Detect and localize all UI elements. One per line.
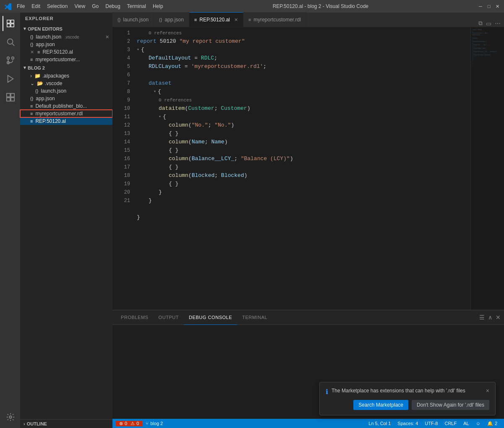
dont-show-again-button[interactable]: Don't Show Again for '.rdl' files (412, 400, 489, 410)
code-line-12[interactable]: column ( Name ; Name ) (133, 138, 470, 146)
code-line-3[interactable]: DefaultLayout = RDLC ; (133, 54, 470, 62)
tab-terminal[interactable]: Terminal (237, 310, 272, 325)
menu-go[interactable]: Go (92, 3, 99, 9)
code-content[interactable]: 0 references report 50120 "my report cus… (133, 27, 470, 310)
op-p1: ( (188, 121, 192, 130)
tab-debug-console[interactable]: Debug Console (184, 310, 237, 325)
code-line-1[interactable]: report 50120 "my report customer" (133, 37, 470, 46)
code-line-18[interactable]: } (133, 188, 470, 197)
fold-btn-7[interactable]: ▾ (154, 88, 156, 96)
fold-btn-9[interactable]: ▾ (159, 113, 161, 121)
brace-close-3: } (159, 188, 162, 197)
status-spaces[interactable]: Spaces: 4 (394, 421, 421, 426)
open-editor-rdl[interactable]: ≡ myreportcustomer... (20, 56, 112, 63)
app-json-file[interactable]: {} app.json (20, 95, 112, 102)
default-publisher-file[interactable]: ≡ Default publisher_blo... (20, 102, 112, 110)
code-line-9[interactable]: ▾ { (133, 113, 470, 121)
code-line-13[interactable]: { } (133, 146, 470, 155)
code-line-10[interactable]: column ( "No." ; "No." ) (133, 121, 470, 130)
status-position[interactable]: Ln 5, Col 1 (365, 421, 394, 426)
line-num-17: 17 (116, 163, 130, 171)
menu-file[interactable]: File (17, 3, 25, 9)
more-actions-icon[interactable]: ⋯ (495, 20, 501, 27)
run-activity-icon[interactable] (3, 71, 18, 86)
search-marketplace-button[interactable]: Search Marketplace (353, 400, 408, 410)
code-line-17[interactable]: { } (133, 180, 470, 188)
open-editor-rep-al[interactable]: ✕ ≡ REP.50120.al (20, 48, 112, 56)
blog2-header[interactable]: ▾ Blog 2 (20, 63, 112, 72)
menu-edit[interactable]: Edit (31, 3, 40, 9)
collapse-icon[interactable]: ∧ (488, 314, 492, 321)
tab-bar: {} launch.json {} app.json ≡ REP.50120.a… (112, 13, 504, 27)
rep50120-al-file[interactable]: ≡ REP.50120.al (20, 117, 112, 125)
open-editor-launch-json[interactable]: {} launch.json .vscode ✕ (20, 33, 112, 41)
menu-view[interactable]: View (74, 3, 85, 9)
close-editor-btn-2[interactable]: ✕ (30, 49, 34, 55)
tab-problems[interactable]: Problems (116, 310, 154, 325)
myreportcustomer-rdl-file[interactable]: ≡ myreportcustomer.rdl (20, 110, 112, 117)
status-branch[interactable]: ⑂ blog 2 (142, 421, 166, 426)
status-language[interactable]: AL (460, 421, 472, 426)
tab-launch-json[interactable]: {} launch.json (112, 12, 154, 27)
restore-button[interactable]: □ (486, 4, 491, 9)
toggle-panel-icon[interactable]: ▭ (486, 20, 491, 27)
filter-icon[interactable]: ☰ (479, 314, 485, 321)
tab-myreportcustomer-rdl[interactable]: ≡ myreportcustomer.rdl (243, 12, 306, 27)
extensions-activity-icon[interactable] (3, 90, 18, 105)
tab-output[interactable]: Output (154, 310, 184, 325)
split-editor-icon[interactable]: ⧉ (478, 20, 483, 27)
code-line-4[interactable]: RDLCLayout = 'myreportcustomer.rdl' ; (133, 62, 470, 71)
open-editor-app-json[interactable]: {} app.json (20, 41, 112, 48)
menu-help[interactable]: Help (153, 3, 163, 9)
line-num-13: 13 (116, 130, 130, 138)
status-encoding[interactable]: UTF-8 (421, 421, 441, 426)
status-notifications[interactable]: 🔔 2 (484, 421, 501, 426)
close-editor-btn[interactable]: ✕ (105, 34, 109, 40)
settings-activity-icon[interactable] (3, 410, 18, 425)
line-num-11: 11 (116, 113, 130, 121)
outline-header[interactable]: › Outline (20, 420, 112, 428)
menu-terminal[interactable]: Terminal (127, 3, 146, 9)
source-control-activity-icon[interactable] (3, 53, 18, 68)
code-line-16[interactable]: column ( Blocked ; Blocked ) (133, 171, 470, 180)
paren-close-1: ) (247, 104, 251, 113)
code-line-2[interactable]: ▾ { (133, 46, 470, 54)
code-line-11[interactable]: { } (133, 130, 470, 138)
code-line-5[interactable] (133, 71, 470, 79)
launch-json-file[interactable]: {} launch.json (20, 87, 112, 95)
notification-popup: ℹ The Marketplace has extensions that ca… (319, 382, 496, 415)
code-line-6[interactable]: dataset (133, 79, 470, 88)
menu-selection[interactable]: Selection (47, 3, 68, 9)
notification-close-btn[interactable]: × (486, 387, 489, 394)
tab-rep50120-al[interactable]: ≡ REP.50120.al ✕ (189, 12, 243, 27)
fn-column-1: column (169, 121, 188, 130)
close-panel-icon[interactable]: ✕ (496, 314, 501, 321)
close-button[interactable]: ✕ (495, 4, 500, 9)
svg-point-4 (8, 39, 13, 44)
code-line-20[interactable] (133, 205, 470, 213)
open-editors-header[interactable]: ▾ Open Editors (20, 24, 112, 33)
line-num-4: 4 (116, 54, 130, 62)
fn-column-2: column (169, 138, 188, 146)
vscode-folder[interactable]: ⌄ 📂 .vscode (20, 80, 112, 87)
code-line-14[interactable]: column ( Balance__LCY_ ; "Balance (LCY)"… (133, 155, 470, 163)
alpackages-folder[interactable]: › 📁 .alpackages (20, 72, 112, 80)
titlebar-controls: ─ □ ✕ (478, 4, 500, 9)
code-line-15[interactable]: { } (133, 163, 470, 171)
ref-blocked: Blocked (192, 171, 215, 180)
titlebar-menu[interactable]: File Edit Selection View Go Debug Termin… (17, 3, 163, 9)
code-line-8[interactable]: dataitem ( Customer ; Customer ) (133, 104, 470, 113)
minimap-content: report 50120{ DefaultLayout = RDLC; RDLC… (471, 27, 504, 66)
minimize-button[interactable]: ─ (478, 4, 483, 9)
tab-app-json[interactable]: {} app.json (154, 12, 189, 27)
status-errors[interactable]: ⊗ 0 ⚠ 0 (116, 421, 142, 426)
search-activity-icon[interactable] (3, 34, 18, 49)
explorer-activity-icon[interactable] (3, 16, 18, 31)
code-line-21[interactable]: } (133, 213, 470, 222)
code-line-19[interactable]: } (133, 197, 470, 205)
tab-close-btn[interactable]: ✕ (234, 17, 238, 23)
status-line-ending[interactable]: CRLF (441, 421, 460, 426)
fold-btn-2[interactable]: ▾ (137, 46, 139, 54)
status-smiley[interactable]: ☺ (473, 421, 484, 426)
menu-debug[interactable]: Debug (105, 3, 120, 9)
